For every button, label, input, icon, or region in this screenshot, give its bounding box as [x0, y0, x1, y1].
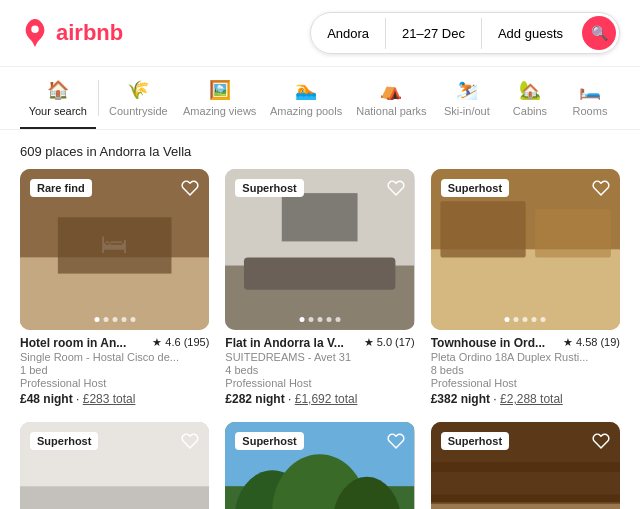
- nav-tab-amazing-pools[interactable]: 🏊Amazing pools: [263, 67, 349, 129]
- dot: [532, 317, 537, 322]
- location-segment[interactable]: Andora: [311, 18, 386, 49]
- guests-segment[interactable]: Add guests: [482, 18, 579, 49]
- svg-rect-27: [431, 462, 620, 472]
- listing-card[interactable]: Superhost: [431, 422, 620, 509]
- listing-card[interactable]: Superhost Flat in Andorra la V... ★5.0 (…: [225, 169, 414, 406]
- tab-label: National parks: [356, 105, 426, 117]
- listing-info: Flat in Andorra la V... ★5.0 (17) SUITED…: [225, 330, 414, 406]
- heart-button[interactable]: [592, 432, 610, 455]
- logo[interactable]: airbnb: [20, 18, 123, 48]
- listing-host: Professional Host: [431, 377, 620, 389]
- dot: [523, 317, 528, 322]
- tab-icon-countryside: 🌾: [127, 79, 149, 101]
- dot: [299, 317, 304, 322]
- listings-grid: 🛏 Rare find Hotel room in An... ★4.6 (19…: [0, 169, 640, 509]
- tab-label: Countryside: [109, 105, 168, 117]
- svg-rect-8: [244, 258, 395, 290]
- price-night: £282 night: [225, 392, 284, 406]
- svg-rect-14: [535, 209, 611, 257]
- listing-beds: 1 bed: [20, 364, 209, 376]
- listing-host: Professional Host: [225, 377, 414, 389]
- dot: [335, 317, 340, 322]
- nav-tab-your-search[interactable]: 🏠Your search: [20, 67, 96, 129]
- nav-tab-cabins[interactable]: 🏡Cabins: [500, 67, 560, 129]
- listing-card[interactable]: Superhost: [20, 422, 209, 509]
- heart-button[interactable]: [592, 179, 610, 202]
- nav-tab-countryside[interactable]: 🌾Countryside: [100, 67, 176, 129]
- listing-badge: Superhost: [235, 432, 303, 450]
- listing-badge: Superhost: [441, 432, 509, 450]
- listing-card[interactable]: Superhost Townhouse in Ord... ★4.58 (19)…: [431, 169, 620, 406]
- dot: [94, 317, 99, 322]
- results-count: 609 places in Andorra la Vella: [20, 144, 191, 159]
- nav-tab-national-parks[interactable]: ⛺National parks: [349, 67, 434, 129]
- listing-image: Superhost: [225, 422, 414, 509]
- listing-card[interactable]: Superhost: [225, 422, 414, 509]
- svg-rect-28: [431, 494, 620, 504]
- listing-badge: Superhost: [30, 432, 98, 450]
- results-header: 609 places in Andorra la Vella: [0, 130, 640, 169]
- heart-button[interactable]: [387, 179, 405, 202]
- tab-icon-ski-in-out: ⛷️: [456, 79, 478, 101]
- listing-badge: Rare find: [30, 179, 92, 197]
- tab-label: Cabins: [513, 105, 547, 117]
- tab-icon-cabins: 🏡: [519, 79, 541, 101]
- tab-icon-amazing-pools: 🏊: [295, 79, 317, 101]
- listing-badge: Superhost: [441, 179, 509, 197]
- search-button[interactable]: 🔍: [582, 16, 616, 50]
- search-bar[interactable]: Andora 21–27 Dec Add guests 🔍: [310, 12, 620, 54]
- tab-icon-national-parks: ⛺: [380, 79, 402, 101]
- listing-title-row: Townhouse in Ord... ★4.58 (19): [431, 336, 620, 350]
- tab-icon-amazing-views: 🖼️: [209, 79, 231, 101]
- listing-title: Hotel room in An...: [20, 336, 148, 350]
- listing-price: £382 night · £2,288 total: [431, 392, 620, 406]
- svg-text:🛏: 🛏: [101, 229, 128, 259]
- listing-card[interactable]: 🛏 Rare find Hotel room in An... ★4.6 (19…: [20, 169, 209, 406]
- star-icon: ★: [152, 336, 162, 349]
- nav-tab-rooms[interactable]: 🛏️Rooms: [560, 67, 620, 129]
- price-night: £48 night: [20, 392, 73, 406]
- svg-rect-13: [440, 201, 525, 257]
- tab-icon-rooms: 🛏️: [579, 79, 601, 101]
- dot: [308, 317, 313, 322]
- svg-rect-9: [282, 193, 358, 241]
- heart-button[interactable]: [387, 432, 405, 455]
- listing-price: £48 night · £283 total: [20, 392, 209, 406]
- star-icon: ★: [364, 336, 374, 349]
- heart-button[interactable]: [181, 432, 199, 455]
- star-icon: ★: [563, 336, 573, 349]
- dot: [317, 317, 322, 322]
- tab-icon-your-search: 🏠: [47, 79, 69, 101]
- listing-image: Superhost: [225, 169, 414, 330]
- dot: [541, 317, 546, 322]
- tab-label: Your search: [29, 105, 87, 117]
- listing-image: Superhost: [431, 422, 620, 509]
- listing-price: £282 night · £1,692 total: [225, 392, 414, 406]
- nav-tab-amazing-views[interactable]: 🖼️Amazing views: [176, 67, 263, 129]
- dot: [514, 317, 519, 322]
- listing-info: Hotel room in An... ★4.6 (195) Single Ro…: [20, 330, 209, 406]
- listing-rating: ★4.6 (195): [152, 336, 209, 349]
- listing-info: Townhouse in Ord... ★4.58 (19) Pleta Ord…: [431, 330, 620, 406]
- heart-button[interactable]: [181, 179, 199, 202]
- dates-segment[interactable]: 21–27 Dec: [386, 18, 482, 49]
- listing-host: Professional Host: [20, 377, 209, 389]
- tab-label: Rooms: [573, 105, 608, 117]
- listing-beds: 8 beds: [431, 364, 620, 376]
- price-total: £1,692 total: [295, 392, 358, 406]
- listing-badge: Superhost: [235, 179, 303, 197]
- price-night: £382 night: [431, 392, 490, 406]
- listing-image: Superhost: [20, 422, 209, 509]
- dot: [103, 317, 108, 322]
- dot: [130, 317, 135, 322]
- tab-label: Amazing views: [183, 105, 256, 117]
- dot: [505, 317, 510, 322]
- listing-subtitle: Pleta Ordino 18A Duplex Rusti...: [431, 351, 620, 363]
- listing-title-row: Hotel room in An... ★4.6 (195): [20, 336, 209, 350]
- tab-label: Amazing pools: [270, 105, 342, 117]
- listing-rating: ★5.0 (17): [364, 336, 415, 349]
- tab-label: Ski-in/out: [444, 105, 490, 117]
- nav-tab-ski-in-out[interactable]: ⛷️Ski-in/out: [434, 67, 500, 129]
- svg-rect-17: [20, 486, 209, 509]
- header: airbnb Andora 21–27 Dec Add guests 🔍: [0, 0, 640, 67]
